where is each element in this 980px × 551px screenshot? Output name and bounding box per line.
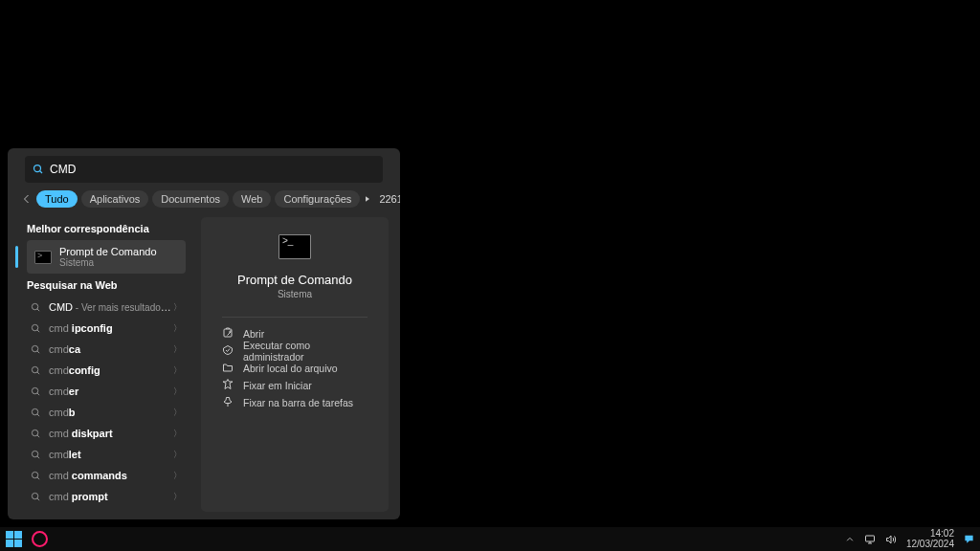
web-result-item[interactable]: cmd prompt〉	[27, 486, 186, 507]
svg-point-6	[32, 324, 37, 330]
action-icon	[222, 344, 234, 358]
chevron-right-icon: 〉	[173, 343, 182, 356]
preview-action-item[interactable]: Executar como administrador	[222, 342, 368, 360]
preview-app-icon	[278, 234, 311, 259]
svg-point-14	[32, 408, 37, 414]
chevron-right-icon: 〉	[173, 364, 182, 377]
start-search-flyout: Tudo Aplicativos Documentos Web Configur…	[8, 148, 400, 519]
svg-line-19	[37, 455, 39, 457]
web-result-label: cmder	[49, 386, 173, 397]
chevron-right-icon: 〉	[173, 449, 182, 461]
svg-line-25	[228, 332, 232, 336]
action-icon	[222, 362, 234, 375]
web-result-label: cmd prompt	[49, 491, 173, 502]
svg-point-12	[32, 387, 37, 393]
svg-point-16	[32, 430, 37, 435]
start-button[interactable]	[6, 531, 22, 547]
taskbar-clock[interactable]: 14:02 12/03/2024	[906, 529, 954, 549]
web-result-item[interactable]: cmdconfig〉	[27, 360, 186, 381]
svg-point-10	[32, 366, 37, 372]
taskbar: 14:02 12/03/2024	[0, 527, 980, 551]
best-match-subtitle: Sistema	[59, 257, 157, 268]
tray-chevron-up-icon[interactable]	[845, 535, 855, 544]
notifications-icon[interactable]	[964, 534, 974, 544]
action-label: Executar como administrador	[243, 340, 368, 363]
action-label: Abrir local do arquivo	[243, 363, 338, 374]
svg-point-8	[32, 345, 37, 351]
web-result-item[interactable]: cmd diskpart〉	[27, 423, 186, 444]
web-result-label: cmdconfig	[49, 364, 173, 376]
more-tabs-button[interactable]	[364, 193, 371, 205]
results-left-pane: Melhor correspondência Prompt de Comando…	[15, 213, 193, 516]
web-search-header: Pesquisar na Web	[27, 279, 193, 291]
svg-point-4	[32, 303, 37, 309]
svg-line-23	[37, 497, 39, 499]
web-result-item[interactable]: cmder〉	[27, 381, 186, 402]
svg-point-22	[32, 493, 37, 498]
divider	[222, 317, 368, 318]
chevron-right-icon: 〉	[173, 386, 182, 398]
preview-action-item[interactable]: Fixar na barra de tarefas	[222, 394, 368, 411]
chevron-right-icon: 〉	[173, 491, 182, 503]
best-match-item[interactable]: Prompt de Comando Sistema	[27, 240, 186, 274]
action-label: Fixar em Iniciar	[243, 380, 312, 391]
web-result-label: cmdb	[49, 407, 173, 418]
svg-line-11	[37, 371, 39, 373]
svg-line-7	[37, 329, 39, 331]
best-match-header: Melhor correspondência	[27, 223, 193, 234]
web-result-label: cmdlet	[49, 449, 173, 460]
tab-documents[interactable]: Documentos	[152, 190, 229, 208]
rewards-points[interactable]: 2261	[379, 193, 400, 205]
tab-settings[interactable]: Configurações	[275, 190, 360, 208]
web-result-label: cmd commands	[49, 470, 173, 481]
action-label: Abrir	[243, 328, 264, 340]
web-result-item[interactable]: cmdca〉	[27, 339, 186, 360]
action-label: Fixar na barra de tarefas	[243, 397, 353, 408]
tab-all[interactable]: Tudo	[36, 190, 78, 208]
svg-line-9	[37, 350, 39, 352]
chevron-right-icon: 〉	[173, 407, 182, 419]
web-result-item[interactable]: cmd commands〉	[27, 465, 186, 486]
web-result-label: cmd ipconfig	[49, 322, 173, 334]
taskbar-opera-icon[interactable]	[32, 531, 48, 547]
tab-apps[interactable]: Aplicativos	[81, 190, 149, 208]
web-result-item[interactable]: cmd ipconfig〉	[27, 318, 186, 339]
tray-volume-icon[interactable]	[885, 534, 897, 545]
action-icon	[222, 327, 234, 341]
chevron-right-icon: 〉	[173, 322, 182, 335]
svg-line-15	[37, 413, 39, 415]
chevron-right-icon: 〉	[173, 470, 182, 482]
svg-line-1	[40, 171, 43, 174]
web-result-item[interactable]: CMD - Ver mais resultados da pesquisa〉	[27, 297, 186, 318]
chevron-right-icon: 〉	[173, 301, 182, 314]
search-input[interactable]	[50, 156, 375, 183]
svg-point-18	[32, 451, 37, 456]
back-button[interactable]	[21, 190, 33, 208]
preview-action-item[interactable]: Fixar em Iniciar	[222, 377, 368, 394]
svg-point-0	[34, 165, 41, 172]
svg-marker-2	[366, 196, 369, 201]
web-result-item[interactable]: cmdlet〉	[27, 444, 186, 465]
preview-pane: Prompt de Comando Sistema AbrirExecutar …	[201, 217, 389, 512]
system-tray: 14:02 12/03/2024	[845, 529, 974, 549]
web-result-label: cmd diskpart	[49, 428, 173, 439]
tab-web[interactable]: Web	[233, 190, 271, 208]
action-icon	[222, 379, 234, 392]
search-icon	[33, 164, 44, 175]
web-result-label: CMD - Ver mais resultados da pesquisa	[49, 301, 173, 313]
web-result-item[interactable]: cmdb〉	[27, 402, 186, 423]
svg-line-21	[37, 476, 39, 478]
best-match-title: Prompt de Comando	[59, 246, 157, 257]
web-result-label: cmdca	[49, 343, 173, 355]
tray-network-icon[interactable]	[864, 534, 876, 545]
svg-rect-27	[865, 536, 874, 541]
preview-subtitle: Sistema	[278, 289, 312, 299]
svg-line-13	[37, 392, 39, 394]
svg-marker-30	[886, 536, 891, 543]
preview-title: Prompt de Comando	[237, 273, 352, 287]
chevron-right-icon: 〉	[173, 428, 182, 440]
search-filters-row: Tudo Aplicativos Documentos Web Configur…	[21, 190, 387, 208]
search-box[interactable]	[25, 156, 383, 183]
svg-point-20	[32, 472, 37, 477]
cmd-app-icon	[34, 251, 52, 264]
